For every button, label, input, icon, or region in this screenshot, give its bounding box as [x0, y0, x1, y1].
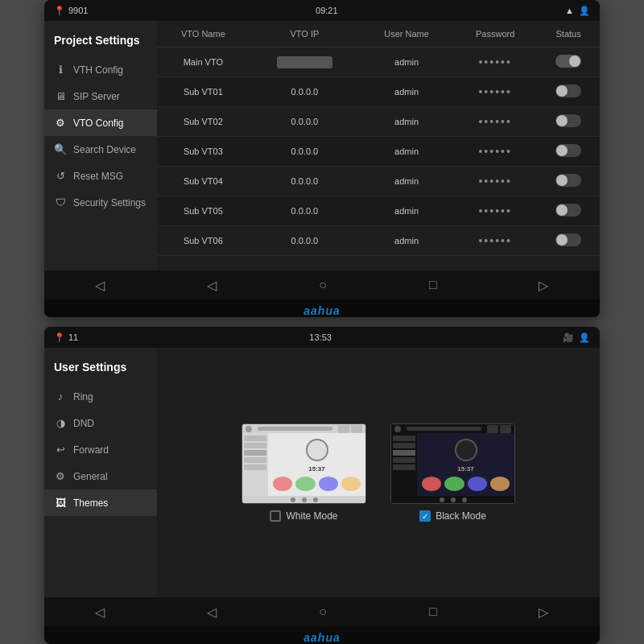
white-mode-preview: 15:37 — [242, 423, 366, 504]
device-screen-1: 📍 9901 09:21 ▲ 👤 Project Settings ℹ VTH … — [44, 0, 600, 317]
general-icon: ⚙ — [54, 470, 67, 482]
alert-icon-1: ▲ — [565, 6, 574, 15]
row-user: admin — [360, 47, 453, 77]
nav-recents[interactable]: □ — [413, 275, 453, 295]
time-2: 13:53 — [309, 332, 332, 342]
row-user: admin — [360, 196, 453, 226]
row-pwd: •••••• — [453, 47, 537, 77]
row-toggle[interactable] — [537, 196, 600, 226]
nav-back[interactable]: ◁ — [191, 275, 233, 296]
table-row: Sub VT01 0.0.0.0 admin •••••• — [157, 77, 600, 107]
forward-icon: ↩ — [54, 444, 67, 456]
sidebar-item-general[interactable]: ⚙ General — [44, 463, 157, 489]
sidebar-item-forward[interactable]: ↩ Forward — [44, 436, 157, 463]
device-screen-2: 📍 11 13:53 🎥 👤 User Settings ♪ Ring ◑ DN… — [44, 327, 600, 644]
row-toggle[interactable] — [537, 226, 600, 256]
row-ip: 0.0.0.0 — [250, 167, 360, 196]
forward-label: Forward — [73, 444, 109, 456]
black-mode-label-row: Black Mode — [419, 510, 486, 522]
nav2-home[interactable]: ○ — [303, 601, 343, 622]
signal-1: 9901 — [68, 6, 88, 15]
row-user: admin — [360, 107, 453, 137]
dark-preview-time: 15:37 — [420, 465, 511, 473]
row-toggle[interactable] — [537, 137, 600, 167]
vto-config-icon: ⚙ — [54, 117, 67, 129]
themes-icon: 🖼 — [54, 497, 67, 509]
dnd-label: DND — [73, 418, 94, 429]
nav2-screencast-right[interactable]: ▷ — [522, 601, 564, 623]
dark-clock — [455, 439, 477, 461]
search-device-icon: 🔍 — [54, 143, 67, 155]
nav-screencast-left[interactable]: ◁ — [79, 275, 121, 296]
bottom-nav-2: ◁ ◁ ○ □ ▷ — [44, 597, 600, 626]
row-ip: 192.168.1.1 — [250, 47, 360, 77]
row-name: Sub VT04 — [157, 167, 250, 196]
reset-msg-icon: ↺ — [54, 170, 67, 182]
col-username: User Name — [360, 21, 453, 47]
dark-preview-content: 15:37 — [391, 424, 514, 503]
row-user: admin — [360, 77, 453, 107]
row-name: Sub VT02 — [157, 107, 250, 137]
table-row: Sub VT02 0.0.0.0 admin •••••• — [157, 107, 600, 137]
nav-home[interactable]: ○ — [303, 275, 343, 295]
row-name: Sub VT05 — [157, 196, 250, 226]
black-mode-preview: 15:37 — [390, 423, 515, 504]
sidebar-item-reset-msg[interactable]: ↺ Reset MSG — [44, 163, 157, 189]
search-device-label: Search Device — [73, 144, 136, 155]
signal-2: 11 — [68, 332, 78, 342]
row-name: Sub VT01 — [157, 77, 250, 107]
row-pwd: •••••• — [453, 137, 537, 167]
nav-screencast-right[interactable]: ▷ — [522, 275, 564, 296]
vto-table-panel: VTO Name VTO IP User Name Password Statu… — [157, 21, 600, 270]
black-mode-label: Black Mode — [436, 510, 486, 522]
sidebar-item-themes[interactable]: 🖼 Themes — [44, 489, 157, 516]
sidebar-1: Project Settings ℹ VTH Config 🖥 SIP Serv… — [44, 21, 157, 270]
row-pwd: •••••• — [453, 226, 537, 256]
row-toggle[interactable] — [537, 77, 600, 107]
row-pwd: •••••• — [453, 77, 537, 107]
vth-config-icon: ℹ — [54, 64, 67, 76]
vto-config-label: VTO Config — [73, 118, 123, 129]
sidebar-title-2: User Settings — [44, 354, 157, 383]
sidebar-item-sip-server[interactable]: 🖥 SIP Server — [44, 83, 157, 109]
screen-content-1: Project Settings ℹ VTH Config 🖥 SIP Serv… — [44, 21, 600, 270]
row-toggle[interactable] — [537, 47, 600, 77]
dahua-logo-1: aahua — [303, 304, 340, 317]
nav2-recents[interactable]: □ — [413, 601, 453, 622]
nav2-screencast-left[interactable]: ◁ — [79, 601, 121, 623]
row-ip: 0.0.0.0 — [250, 196, 360, 226]
sip-server-icon: 🖥 — [54, 90, 67, 102]
col-password: Password — [453, 21, 537, 47]
logo-bar-2: aahua — [44, 626, 600, 644]
status-bar-1: 📍 9901 09:21 ▲ 👤 — [44, 0, 600, 21]
row-ip: 0.0.0.0 — [250, 226, 360, 256]
row-user: admin — [360, 167, 453, 196]
row-toggle[interactable] — [537, 167, 600, 196]
sidebar-item-ring[interactable]: ♪ Ring — [44, 383, 157, 410]
sidebar-item-security-settings[interactable]: 🛡 Security Settings — [44, 189, 157, 216]
row-pwd: •••••• — [453, 107, 537, 137]
themes-label: Themes — [73, 497, 108, 509]
status-bar-left-1: 📍 9901 — [54, 6, 88, 16]
sidebar-item-search-device[interactable]: 🔍 Search Device — [44, 136, 157, 163]
wp-circle-1 — [246, 426, 252, 432]
sidebar-item-vto-config[interactable]: ⚙ VTO Config — [44, 109, 157, 136]
vto-table: VTO Name VTO IP User Name Password Statu… — [157, 21, 600, 256]
row-name: Sub VT03 — [157, 137, 250, 167]
sidebar-item-dnd[interactable]: ◑ DND — [44, 410, 157, 436]
logo-bar-1: aahua — [44, 299, 600, 317]
table-row: Sub VT06 0.0.0.0 admin •••••• — [157, 226, 600, 256]
sidebar-2: User Settings ♪ Ring ◑ DND ↩ Forward ⚙ G… — [44, 348, 157, 597]
general-label: General — [73, 471, 108, 482]
black-mode-checkbox[interactable] — [419, 510, 431, 522]
table-row: Sub VT04 0.0.0.0 admin •••••• — [157, 167, 600, 196]
dark-preview-nav — [391, 496, 514, 503]
status-bar-right-1: ▲ 👤 — [565, 6, 590, 16]
row-toggle[interactable] — [537, 107, 600, 137]
row-name: Sub VT06 — [157, 226, 250, 256]
white-mode-checkbox[interactable] — [270, 510, 281, 522]
sidebar-title-1: Project Settings — [44, 27, 157, 56]
nav2-back[interactable]: ◁ — [191, 601, 233, 623]
table-row: Sub VT03 0.0.0.0 admin •••••• — [157, 137, 600, 167]
sidebar-item-vth-config[interactable]: ℹ VTH Config — [44, 56, 157, 83]
